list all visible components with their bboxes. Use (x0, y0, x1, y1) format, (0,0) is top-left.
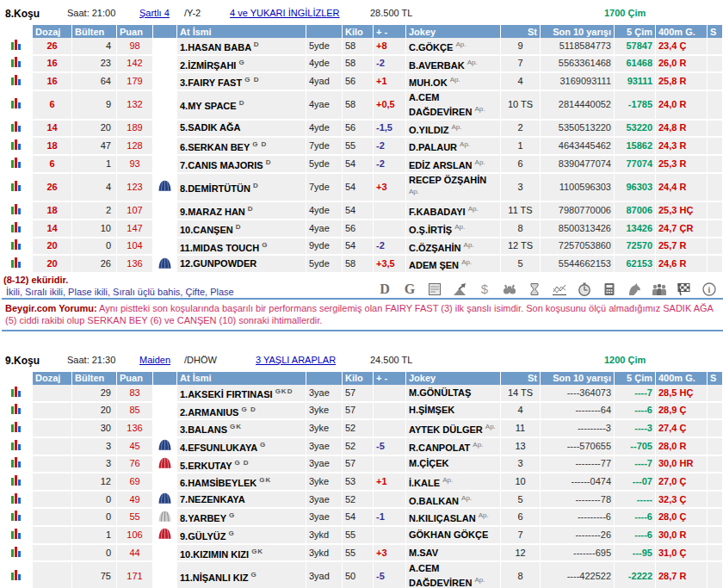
dozaj-value (33, 527, 72, 545)
jockey-name-link[interactable]: A.CEM DAĞDEVİREN Ap. (406, 562, 501, 588)
horse-name-link[interactable]: 8.YARBEY G (177, 509, 306, 527)
form-graph-icon[interactable] (2, 509, 33, 527)
jockey-name-link[interactable]: R.CANPOLAT Ap. (406, 438, 501, 456)
race-condition-link[interactable]: Maiden (139, 355, 170, 365)
stopwatch-icon[interactable] (576, 281, 593, 298)
jockey-name-link[interactable]: ADEM ŞEN Ap. (406, 256, 501, 274)
form-graph-icon[interactable] (2, 385, 33, 403)
dozaj-value (33, 492, 72, 510)
jockey-name-link[interactable]: O.Ş.İRTİŞ Ap. (406, 220, 501, 238)
form-graph-icon[interactable] (2, 256, 33, 274)
horse-name-link[interactable]: 11.MIDAS TOUCH G (177, 238, 306, 257)
jockey-name-link[interactable]: F.KABADAYI Ap. (406, 202, 501, 220)
horse-name-link[interactable]: 2.İZMİRŞAHI G (177, 56, 306, 74)
form-graph-icon[interactable] (2, 38, 33, 56)
form-graph-icon[interactable] (2, 403, 33, 421)
form-graph-icon[interactable] (2, 121, 33, 139)
jockey-name-link[interactable]: M.GÖNÜLTAŞ (406, 385, 501, 403)
race-category-link[interactable]: 4 ve YUKARI İNGİLİZLER (230, 8, 340, 18)
start-box-value: 7 (501, 56, 541, 74)
hourglass-icon[interactable] (526, 281, 543, 298)
form-graph-icon[interactable] (2, 220, 33, 238)
horse-name-link[interactable]: 12.GUNPOWDER (177, 256, 306, 274)
horse-name-link[interactable]: 3.BALANS GK (177, 420, 306, 438)
form-graph-icon[interactable] (2, 73, 33, 91)
jockey-name-link[interactable]: İ.KALE Ap. (406, 473, 501, 492)
form-chart-icon[interactable] (451, 281, 468, 298)
jockey-name-link[interactable]: C.ÖZŞAHİN Ap. (406, 238, 501, 257)
horse-age: 7yde (306, 138, 343, 156)
horse-age: 7yde (306, 174, 343, 203)
jockey-name-link[interactable]: M.SAV (406, 545, 501, 563)
binoculars-icon[interactable] (501, 281, 518, 298)
form-graph-icon[interactable] (2, 156, 33, 174)
jockey-name-link[interactable]: O.YILDIZ Ap. (406, 121, 501, 139)
horse-name-link[interactable]: 3.FAIRY FAST G D (177, 73, 306, 91)
jockey-name-link[interactable]: RECEP ÖZŞAHİN Ap. (406, 174, 501, 203)
horse-name-link[interactable]: 11.NİŞANLI KIZ G (177, 562, 306, 588)
horse-name-link[interactable]: 5.SADIK AĞA (177, 121, 306, 139)
horse-name-link[interactable]: 4.MY SPACE D (177, 91, 306, 121)
race-category-link[interactable]: 3 YAŞLI ARAPLAR (256, 355, 336, 365)
g-badge-icon[interactable]: G (401, 281, 418, 298)
form-graph-icon[interactable] (2, 238, 33, 257)
program-icon[interactable] (426, 281, 443, 298)
jockey-name-link[interactable]: M.ÇİÇEK (406, 456, 501, 474)
horse-name-link[interactable]: 9.MARAZ HAN D (177, 202, 306, 220)
line-chart-icon[interactable] (551, 281, 568, 298)
horse-name-link[interactable]: 1.AKSEKİ FIRTINASI GKD (177, 385, 306, 403)
horse-icon[interactable] (626, 281, 643, 298)
form-graph-icon[interactable] (2, 527, 33, 545)
horse-name-link[interactable]: 4.EFSUNLUKAYA G (177, 438, 306, 456)
horse-name-link[interactable]: 8.DEMİRTÜTÜN D (177, 174, 306, 203)
form-graph-icon[interactable] (2, 438, 33, 456)
kilo-value: 53 (343, 473, 374, 492)
horse-name-link[interactable]: 10.CANŞEN D (177, 220, 306, 238)
form-graph-icon[interactable] (2, 473, 33, 492)
dollar-icon[interactable]: $ (476, 281, 493, 298)
form-graph-icon[interactable] (2, 420, 33, 438)
horse-age: 4yde (306, 56, 343, 74)
jockey-name-link[interactable]: O.BALKAN Ap. (406, 492, 501, 510)
cut-column-cell (708, 138, 723, 156)
jockey-name-link[interactable]: MUH.OK Ap. (406, 73, 501, 91)
horse-name-link[interactable]: 9.GÜLYÜZ G (177, 527, 306, 545)
info-icon[interactable]: i (701, 281, 718, 298)
horse-name-link[interactable]: 1.HASAN BABA D (177, 38, 306, 56)
horse-name-link[interactable]: 2.ARMANIUS G D (177, 403, 306, 421)
finish-flag-icon[interactable] (676, 281, 693, 298)
crowd-icon[interactable] (651, 281, 668, 298)
form-graph-icon[interactable] (2, 562, 33, 588)
jockey-name-link[interactable]: GÖKHAN GÖKÇE (406, 527, 501, 545)
calculator-icon[interactable] (601, 281, 618, 298)
weight-change-value (374, 385, 406, 403)
jockey-name-link[interactable]: B.AVERBAK Ap. (406, 56, 501, 74)
comment-text: Aynı pistteki son koşularında başarılı b… (5, 303, 713, 325)
d-badge-icon[interactable]: D (376, 281, 393, 298)
horse-name-link[interactable]: 6.HAMSİBEYLEK GK (177, 473, 306, 492)
horse-name-link[interactable]: 10.KIZIMIN KIZI GK (177, 545, 306, 563)
jockey-name-link[interactable]: N.KILIÇASLAN Ap. (406, 509, 501, 527)
form-graph-icon[interactable] (2, 545, 33, 563)
race-condition-link[interactable]: Şartlı 4 (139, 8, 170, 18)
bulten-value: 4 (72, 174, 117, 203)
form-graph-icon[interactable] (2, 56, 33, 74)
form-graph-icon[interactable] (2, 138, 33, 156)
jockey-name-link[interactable]: A.CEM DAĞDEVİREN Ap. (406, 91, 501, 121)
form-graph-icon[interactable] (2, 202, 33, 220)
last10-results: --------26 (541, 527, 615, 545)
jockey-name-link[interactable]: H.ŞİMŞEK (406, 403, 501, 421)
form-graph-icon[interactable] (2, 174, 33, 203)
horse-name-link[interactable]: 5.ERKUTAY G D (177, 456, 306, 474)
jockey-name-link[interactable]: AYTEK DÜLGER Ap. (406, 420, 501, 438)
form-graph-icon[interactable] (2, 492, 33, 510)
horse-name-link[interactable]: 7.NEZENKAYA (177, 492, 306, 510)
jockey-name-link[interactable]: D.PALAUR Ap. (406, 138, 501, 156)
horse-name-link[interactable]: 7.CANIS MAJORIS D (177, 156, 306, 174)
jockey-name-link[interactable]: C.GÖKÇE Ap. (406, 38, 501, 56)
form-graph-icon[interactable] (2, 91, 33, 121)
horse-name-link[interactable]: 6.SERKAN BEY G D (177, 138, 306, 156)
bulten-value: 20 (72, 121, 117, 139)
form-graph-icon[interactable] (2, 456, 33, 474)
jockey-name-link[interactable]: EDİZ ARSLAN Ap. (406, 156, 501, 174)
